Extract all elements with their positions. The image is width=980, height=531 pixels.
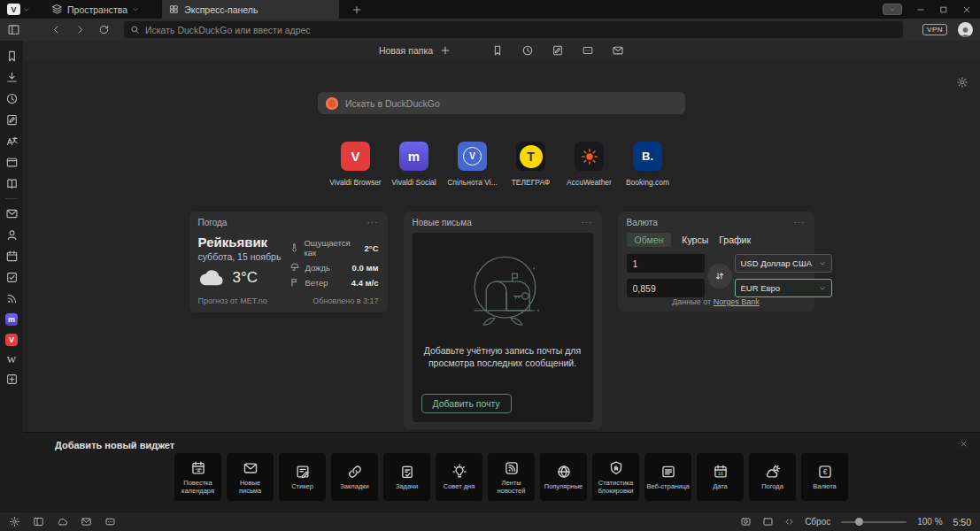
widget-tile-tip[interactable]: Совет дня (436, 453, 482, 501)
panel-toggle-button[interactable] (33, 516, 44, 527)
zoom-slider-thumb[interactable] (855, 518, 863, 526)
sidebar-item-mail[interactable] (5, 207, 19, 220)
favicon: T (520, 145, 543, 168)
speed-dial-telegraf[interactable]: T ТЕЛЕГРАФ (503, 142, 559, 187)
address-input[interactable] (145, 25, 897, 35)
toolbar-cards-button[interactable] (582, 44, 594, 57)
weather-detail-row: Дождь 0.0 мм (289, 262, 378, 273)
favicon: V (463, 147, 482, 165)
sidebar-item-downloads[interactable] (5, 71, 19, 84)
widget-tile-date[interactable]: 16 Дата (697, 453, 744, 501)
weather-temperature: 3°C (233, 269, 259, 287)
widget-menu-button[interactable]: ··· (367, 218, 379, 227)
tab-speed-dial[interactable]: Экспресс-панель (162, 0, 339, 19)
widget-tile-webpage[interactable]: Веб-страница (644, 453, 691, 501)
sidebar-item-translate[interactable] (5, 135, 19, 148)
to-amount-input[interactable] (627, 279, 705, 297)
speed-dial-accuweather[interactable]: AccuWeather (561, 142, 618, 187)
sync-cloud-button[interactable] (57, 516, 68, 527)
back-button[interactable] (50, 24, 62, 35)
vpn-badge[interactable]: VPN (922, 24, 947, 35)
widget-menu-button[interactable]: ··· (794, 218, 806, 227)
add-mail-button[interactable]: Добавить почту (421, 394, 512, 413)
mail-empty-message: Добавьте учётную запись почты для просмо… (420, 344, 586, 369)
widget-tile-new-mail[interactable]: Новые письма (227, 453, 274, 501)
sidebar-item-history[interactable] (5, 92, 19, 105)
wind-flag-icon (289, 277, 300, 288)
close-panel-button[interactable] (960, 440, 968, 448)
vivaldi-menu-button[interactable]: V (7, 4, 30, 15)
from-amount-input[interactable] (627, 254, 705, 273)
speed-dial-vivaldi-social[interactable]: m Vivaldi Social (386, 142, 443, 187)
feeds-icon (504, 460, 520, 476)
weather-updated: Обновлено в 3:17 (313, 296, 378, 305)
sidebar-webpanel-mastodon[interactable]: m (5, 313, 18, 326)
tab-rates[interactable]: Курсы (682, 235, 708, 245)
startpage-search-input[interactable] (345, 98, 677, 109)
sidebar-item-contacts[interactable] (5, 228, 19, 242)
widget-tile-weather[interactable]: Погода (749, 453, 796, 501)
startpage-search[interactable] (318, 92, 685, 114)
new-folder-button[interactable]: Новая папка (379, 45, 451, 56)
mail-status-button[interactable] (81, 516, 92, 527)
startpage-settings-gear-button[interactable] (956, 76, 968, 88)
profile-avatar[interactable] (958, 22, 973, 37)
sidebar-item-bookmarks[interactable] (5, 50, 19, 63)
zoom-reset-button[interactable]: Сброс (805, 517, 830, 527)
toolbar-history-button[interactable] (521, 44, 534, 57)
widget-tile-currency[interactable]: € Валюта (801, 453, 848, 501)
tab-exchange[interactable]: Обмен (627, 233, 672, 247)
sidebar-webpanel-vivaldi[interactable]: V (5, 334, 18, 346)
widget-tile-popular[interactable]: Популярные (540, 453, 587, 501)
close-button[interactable] (962, 5, 971, 14)
widget-tile-bookmarks[interactable]: Закладки (331, 453, 378, 501)
tab-dropdown-button[interactable] (883, 4, 902, 15)
widget-tile-blocking-stats[interactable]: Статистика блокировки (592, 453, 639, 501)
tab-chart[interactable]: График (719, 235, 751, 245)
lightbulb-icon (451, 464, 467, 480)
reload-button[interactable] (98, 24, 110, 35)
swap-currencies-button[interactable] (707, 264, 732, 289)
speed-dial-vivaldi-browser[interactable]: V Vivaldi Browser (328, 142, 384, 187)
image-toggle-button[interactable] (762, 516, 774, 527)
widget-tile-feeds[interactable]: Ленты новостей (488, 453, 535, 501)
zoom-slider[interactable] (841, 521, 907, 523)
toolbar-notes-button[interactable] (552, 44, 564, 57)
minimize-button[interactable] (916, 5, 925, 14)
settings-gear-button[interactable] (9, 516, 20, 527)
speed-dial-spilnota[interactable]: V Спільнота Vi... (444, 142, 501, 187)
widget-tile-tasks[interactable]: Задачи (383, 453, 430, 501)
to-currency-select[interactable]: EUR Евро (735, 279, 832, 297)
from-currency-select[interactable]: USD Доллар США (735, 254, 832, 273)
sidebar-item-calendar[interactable] (5, 250, 19, 263)
sun-icon (581, 148, 598, 165)
link-icon (347, 464, 363, 480)
speed-dial-booking[interactable]: B. Booking.com (620, 142, 676, 187)
currency-source-link[interactable]: Norges Bank (714, 297, 760, 306)
new-tab-button[interactable] (351, 4, 362, 15)
sidebar-item-feeds[interactable] (5, 292, 19, 305)
sidebar-item-tasks[interactable] (5, 271, 19, 284)
calendar-agenda-icon (190, 460, 206, 476)
sidebar-item-reading-list[interactable] (5, 177, 19, 190)
startpage-toolbar: Новая папка (23, 41, 980, 60)
add-web-panel-button[interactable] (5, 373, 19, 386)
tasks-status-button[interactable] (104, 516, 116, 527)
sidebar-item-windows[interactable] (5, 156, 19, 169)
workspaces-button[interactable]: Пространства (51, 4, 139, 15)
forward-button[interactable] (74, 24, 86, 35)
address-bar[interactable] (124, 21, 903, 38)
capture-page-button[interactable] (740, 516, 752, 527)
tab-title: Экспресс-панель (184, 4, 258, 15)
toolbar-bookmarks-button[interactable] (491, 44, 504, 57)
status-clock[interactable]: 5:50 (953, 517, 971, 527)
sidebar-webpanel-wikipedia[interactable]: W (7, 354, 16, 365)
sidebar-item-notes[interactable] (5, 113, 19, 127)
widget-menu-button[interactable]: ··· (582, 218, 593, 227)
toolbar-mail-button[interactable] (612, 44, 624, 57)
panel-toggle-button[interactable] (7, 23, 20, 36)
widget-tile-sticker[interactable]: Стикер (279, 453, 326, 501)
page-tiling-button[interactable] (784, 517, 794, 527)
maximize-button[interactable] (939, 5, 948, 14)
widget-tile-calendar-agenda[interactable]: Повестка календаря (174, 453, 221, 501)
